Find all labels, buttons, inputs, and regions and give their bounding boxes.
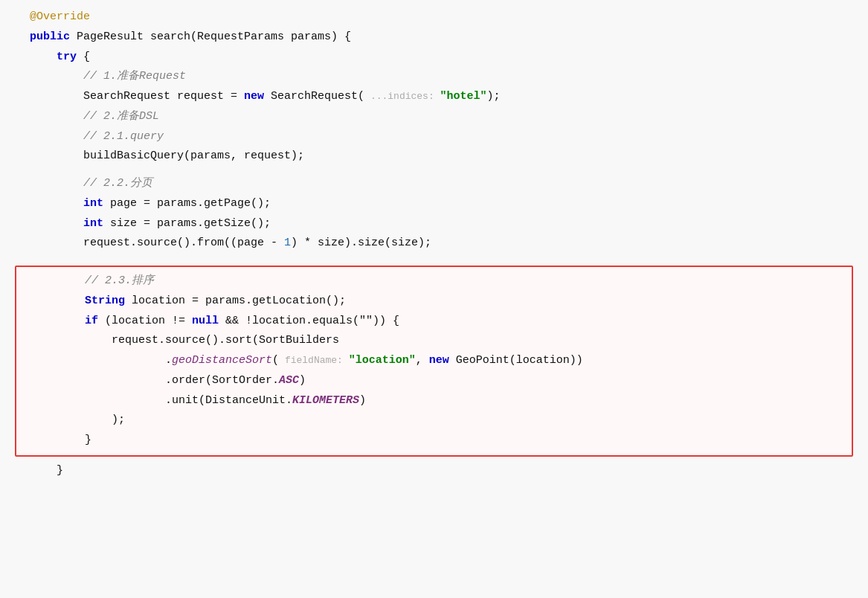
keyword-new: new bbox=[244, 88, 264, 106]
comment2-text: // 2.准备DSL bbox=[30, 108, 159, 126]
hl-sort-text: request.source().sort(SortBuilders bbox=[31, 332, 339, 350]
int-size-indent bbox=[30, 215, 83, 234]
from-size-post: ) * size).size(size); bbox=[291, 234, 431, 253]
line-close-try: } bbox=[0, 461, 868, 481]
keyword-if: if bbox=[85, 312, 98, 331]
hl-geo-paren: ( bbox=[272, 352, 279, 370]
blank-line-1 bbox=[0, 167, 868, 174]
hl-if-indent bbox=[31, 312, 85, 331]
line-comment3: // 2.1.query bbox=[0, 127, 868, 147]
search-request-call: SearchRequest( bbox=[264, 88, 364, 106]
keyword-null: null bbox=[192, 312, 219, 331]
keyword-string: String bbox=[85, 292, 125, 311]
method-geo-distance: geoDistanceSort bbox=[172, 352, 272, 370]
line-int-page: int page = params.getPage(); bbox=[0, 194, 868, 214]
line-try: try { bbox=[0, 48, 868, 68]
line-int-size: int size = params.getSize(); bbox=[0, 214, 868, 234]
hl-line-close-paren: ); bbox=[16, 411, 852, 431]
annotation-token: @Override bbox=[30, 8, 90, 27]
hl-km-value: KILOMETERS bbox=[292, 392, 359, 411]
hl-order-post: ) bbox=[299, 372, 306, 390]
int-page-indent bbox=[30, 195, 83, 213]
line-method-signature: public PageResult search(RequestParams p… bbox=[0, 28, 868, 48]
close-try-text: } bbox=[30, 462, 63, 480]
line-comment2: // 2.准备DSL bbox=[0, 107, 868, 127]
hl-unit-post: ) bbox=[359, 392, 366, 411]
keyword-public: public bbox=[30, 28, 70, 47]
build-query-text: buildBasicQuery(params, request); bbox=[30, 147, 304, 166]
hl-asc-value: ASC bbox=[279, 372, 299, 390]
hl-line-string-location: String location = params.getLocation(); bbox=[16, 292, 852, 312]
hl-line-unit: .unit(DistanceUnit.KILOMETERS) bbox=[16, 391, 852, 411]
line-comment1: // 1.准备Request bbox=[0, 67, 868, 87]
search-request-end: ); bbox=[487, 88, 501, 106]
code-viewer: @Override public PageResult search(Reque… bbox=[0, 0, 868, 598]
hl-unit-pre: .unit(DistanceUnit. bbox=[31, 392, 292, 411]
keyword-int-size: int bbox=[83, 215, 103, 234]
highlighted-sort-block: // 2.3.排序 String location = params.getLo… bbox=[15, 266, 853, 457]
hl-line-if: if (location != null && !location.equals… bbox=[16, 312, 852, 332]
hl-line-sort: request.source().sort(SortBuilders bbox=[16, 331, 852, 351]
from-size-pre: request.source().from((page - bbox=[30, 234, 284, 253]
method-signature: PageResult search(RequestParams params) … bbox=[70, 28, 351, 47]
line-annotation: @Override bbox=[0, 7, 868, 28]
line-search-request: SearchRequest request = new SearchReques… bbox=[0, 87, 868, 107]
hl-string-indent bbox=[31, 292, 85, 311]
comment3-text: // 2.1.query bbox=[30, 128, 164, 147]
comment4-text: // 2.2.分页 bbox=[30, 175, 152, 193]
hl-line-close-brace: } bbox=[16, 431, 852, 451]
hl-if-post2: && !location.equals("")) { bbox=[219, 312, 399, 331]
int-size-rest: size = params.getSize(); bbox=[103, 215, 271, 234]
hl-geo-comma: , bbox=[416, 352, 429, 370]
line-comment4: // 2.2.分页 bbox=[0, 174, 868, 194]
hl-keyword-new: new bbox=[429, 352, 449, 370]
blank-line-2 bbox=[0, 254, 868, 261]
hl-location-rest: location = params.getLocation(); bbox=[125, 292, 346, 311]
hl-line-order: .order(SortOrder.ASC) bbox=[16, 371, 852, 391]
hl-string-location: "location" bbox=[349, 352, 416, 370]
hl-comment-text: // 2.3.排序 bbox=[31, 272, 154, 291]
string-hotel: "hotel" bbox=[440, 88, 487, 106]
try-brace: { bbox=[77, 48, 90, 67]
line-build-basic-query: buildBasicQuery(params, request); bbox=[0, 147, 868, 167]
hl-geo-point: GeoPoint(location)) bbox=[449, 352, 583, 370]
hl-line-geo-sort: .geoDistanceSort( fieldName: "location",… bbox=[16, 351, 852, 371]
number-1: 1 bbox=[284, 234, 291, 253]
param-hint: ...indices: bbox=[364, 89, 440, 104]
int-page-rest: page = params.getPage(); bbox=[103, 195, 271, 213]
keyword-int-page: int bbox=[83, 195, 103, 213]
hl-close-paren: ); bbox=[31, 411, 125, 430]
line-from-size: request.source().from((page - 1) * size)… bbox=[0, 234, 868, 254]
comment1-text: // 1.准备Request bbox=[30, 68, 186, 86]
hl-order-pre: .order(SortOrder. bbox=[31, 372, 279, 390]
hl-field-hint: fieldName: bbox=[279, 353, 349, 368]
hl-line-comment: // 2.3.排序 bbox=[16, 271, 852, 292]
keyword-try: try bbox=[57, 48, 77, 67]
search-request-pre: SearchRequest request = bbox=[30, 88, 244, 106]
hl-geo-indent: . bbox=[31, 352, 172, 370]
try-indent bbox=[30, 48, 57, 67]
hl-close-brace: } bbox=[31, 431, 91, 450]
hl-if-post1: (location != bbox=[98, 312, 192, 331]
